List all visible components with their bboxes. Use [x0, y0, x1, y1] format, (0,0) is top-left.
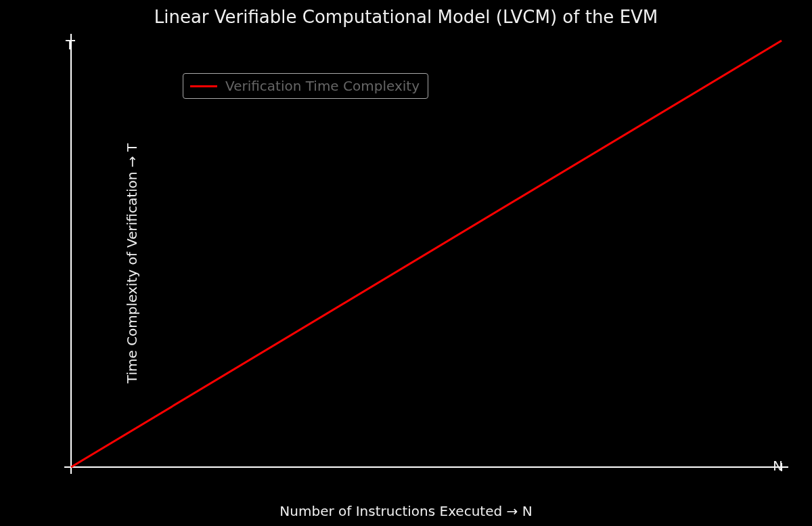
plot-area: T N Verification Time Complexity: [64, 34, 788, 474]
x-axis-end-label: N: [773, 458, 783, 474]
x-axis-label: Number of Instructions Executed → N: [0, 503, 812, 519]
chart-container: Linear Verifiable Computational Model (L…: [0, 0, 812, 526]
chart-svg: [64, 34, 788, 474]
chart-title: Linear Verifiable Computational Model (L…: [0, 7, 812, 27]
series-line: [71, 41, 782, 467]
legend-swatch: [190, 85, 217, 87]
legend-label: Verification Time Complexity: [225, 78, 420, 94]
legend: Verification Time Complexity: [183, 73, 428, 99]
y-axis-end-label: T: [66, 37, 74, 53]
